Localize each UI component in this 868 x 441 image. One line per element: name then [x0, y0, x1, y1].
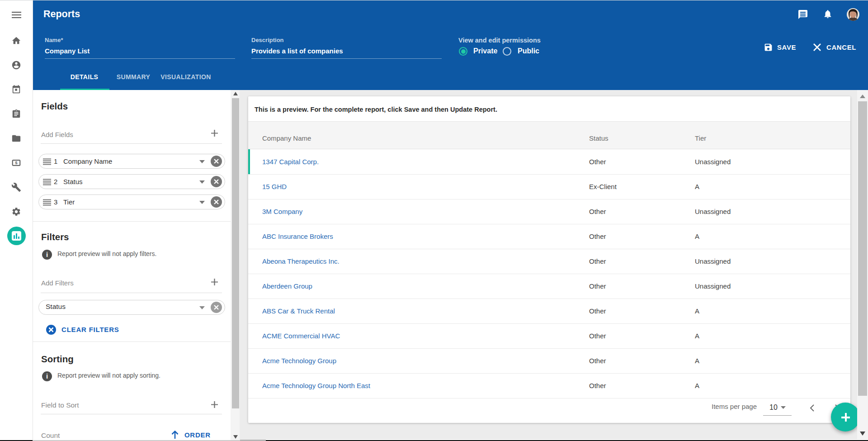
svg-text:$: $	[15, 160, 18, 165]
